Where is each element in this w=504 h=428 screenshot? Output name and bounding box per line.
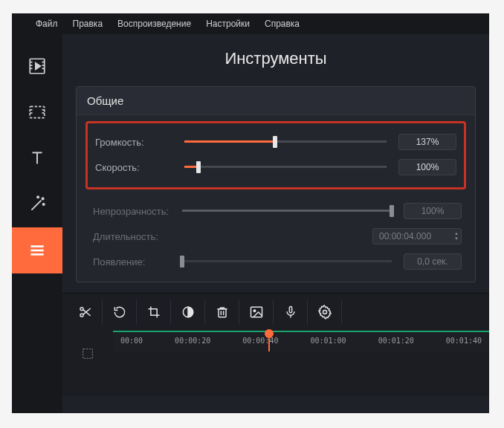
row-opacity: Непрозрачность: 100% — [93, 198, 462, 224]
slider-volume[interactable] — [184, 136, 387, 148]
svg-point-17 — [43, 204, 45, 205]
timeline-ruler[interactable]: 00:00 00:00:20 00:00:40 00:01:00 00:01:2… — [113, 331, 489, 351]
image-icon — [249, 305, 264, 320]
value-opacity[interactable]: 100% — [404, 203, 462, 219]
menu-playback[interactable]: Воспроизведение — [110, 16, 198, 32]
ruler-tick: 00:01:40 — [446, 337, 482, 345]
svg-rect-32 — [289, 307, 291, 313]
contrast-button[interactable] — [171, 299, 205, 325]
panel-title: Инструменты — [62, 34, 489, 86]
row-appearance: Появление: 0,0 сек. — [93, 249, 462, 274]
svg-rect-35 — [83, 349, 93, 359]
svg-line-15 — [31, 201, 41, 210]
menu-settings[interactable]: Настройки — [198, 16, 257, 32]
svg-rect-8 — [30, 106, 45, 117]
section-general-header: Общие — [77, 87, 475, 115]
menu-lines-icon — [28, 241, 47, 260]
gear-icon — [317, 305, 332, 320]
contrast-icon — [181, 305, 196, 320]
sidebar — [12, 34, 62, 413]
row-volume: Громкость: 137% — [95, 129, 456, 155]
rotate-button[interactable] — [103, 299, 137, 325]
row-duration: Длительность: 00:00:04.000 ▲ ▼ — [93, 224, 462, 249]
main-panel: Инструменты Общие Громкость: 137% — [62, 34, 489, 413]
film-icon — [28, 56, 47, 76]
menubar: Файл Правка Воспроизведение Настройки Сп… — [12, 13, 489, 34]
toolbar — [62, 294, 489, 331]
crop-button[interactable] — [137, 299, 171, 325]
sidebar-crop-tab[interactable] — [12, 89, 62, 135]
svg-point-18 — [37, 196, 39, 198]
sidebar-text-tab[interactable] — [12, 135, 62, 181]
svg-point-31 — [253, 310, 256, 312]
highlighted-props: Громкость: 137% Скорость: — [85, 121, 466, 189]
app-window: Файл Правка Воспроизведение Настройки Сп… — [12, 13, 489, 413]
mic-icon — [283, 305, 298, 320]
label-duration: Длительность: — [93, 231, 175, 242]
value-duration[interactable]: 00:00:04.000 ▲ ▼ — [372, 228, 462, 244]
value-speed[interactable]: 100% — [398, 159, 456, 175]
cut-button[interactable] — [68, 299, 103, 325]
label-opacity: Непрозрачность: — [93, 206, 175, 217]
svg-rect-27 — [219, 309, 226, 317]
label-speed: Скорость: — [95, 162, 177, 173]
menu-edit[interactable]: Правка — [65, 16, 111, 32]
picture-button[interactable] — [239, 299, 274, 325]
delete-button[interactable] — [205, 299, 239, 325]
ruler-tick: 00:00:40 — [242, 337, 278, 345]
label-appearance: Появление: — [93, 256, 175, 268]
value-appearance[interactable]: 0,0 сек. — [404, 253, 462, 270]
ruler-tick: 00:00 — [120, 337, 143, 345]
label-volume: Громкость: — [95, 137, 177, 148]
text-icon — [28, 149, 47, 168]
menu-file[interactable]: Файл — [28, 16, 65, 32]
track-header[interactable] — [62, 331, 113, 377]
settings-button[interactable] — [308, 299, 342, 325]
rotate-icon — [112, 305, 127, 320]
chip-icon — [78, 346, 97, 362]
sidebar-magic-tab[interactable] — [12, 181, 62, 227]
row-speed: Скорость: 100% — [95, 155, 456, 180]
value-volume[interactable]: 137% — [398, 134, 456, 150]
duration-stepper[interactable]: ▲ ▼ — [454, 231, 459, 241]
timeline-track[interactable] — [113, 351, 489, 396]
slider-speed[interactable] — [184, 161, 387, 173]
svg-point-16 — [42, 198, 44, 199]
slider-appearance[interactable] — [182, 256, 392, 268]
svg-line-25 — [83, 308, 90, 314]
menu-help[interactable]: Справка — [257, 16, 307, 32]
crop-icon — [146, 305, 161, 320]
ruler-tick: 00:01:20 — [378, 337, 414, 345]
film-crop-icon — [28, 103, 47, 122]
trash-icon — [215, 305, 230, 320]
svg-point-34 — [323, 311, 326, 314]
ruler-tick: 00:00:20 — [175, 337, 210, 345]
svg-marker-7 — [36, 63, 41, 70]
slider-opacity[interactable] — [182, 205, 392, 217]
svg-line-24 — [83, 310, 90, 316]
magic-wand-icon — [28, 195, 47, 214]
svg-rect-30 — [251, 307, 262, 317]
ruler-tick: 00:01:00 — [310, 337, 346, 345]
voiceover-button[interactable] — [274, 299, 308, 325]
chevron-down-icon[interactable]: ▼ — [454, 236, 459, 241]
sidebar-tools-tab[interactable] — [12, 227, 62, 273]
sidebar-media-tab[interactable] — [12, 43, 62, 89]
chevron-up-icon[interactable]: ▲ — [454, 231, 459, 236]
properties-box: Общие Громкость: 137% Скорость: — [76, 86, 476, 282]
scissors-icon — [78, 305, 93, 320]
